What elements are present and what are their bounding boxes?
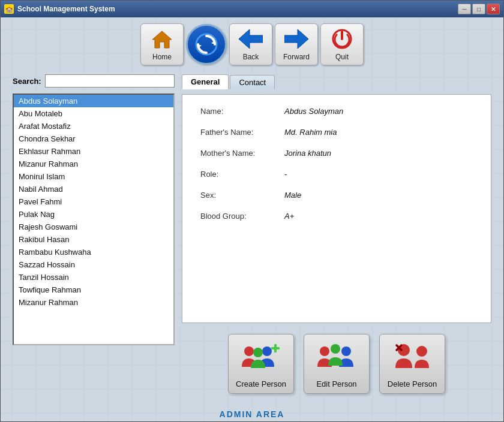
svg-point-8 [262,346,272,356]
list-item[interactable]: Rajesh Goswami [14,221,173,233]
mother-value: Jorina khatun [284,149,331,158]
svg-point-14 [331,344,340,354]
create-person-button[interactable]: Create Person [228,334,294,394]
list-item[interactable]: Pulak Nag [14,208,173,221]
list-item[interactable]: Sazzad Hossain [14,258,173,271]
search-row: Search: [13,74,175,88]
quit-label: Quit [335,53,349,61]
window-frame: 🏫 School Management System ─ □ ✕ Home [0,0,504,422]
info-panel: Name: Abdus Solayman Father's Name: Md. … [182,94,491,323]
forward-button[interactable]: Forward [275,23,318,65]
svg-marker-4 [239,29,263,49]
tab-general[interactable]: General [182,74,229,89]
forward-icon [284,28,308,50]
home-label: Home [152,53,172,61]
name-value: Abdus Solayman [284,107,343,116]
list-item[interactable]: Nabil Ahmad [14,183,173,195]
svg-point-7 [244,346,254,356]
list-item[interactable]: Tanzil Hossain [14,271,173,284]
back-icon [239,28,263,50]
list-item[interactable]: Rambabu Kushwaha [14,246,173,258]
left-panel: Search: Abdus SolaymanAbu MotalebArafat … [13,74,175,400]
delete-person-label: Delete Person [388,379,437,388]
svg-point-12 [320,346,329,356]
quit-icon [330,28,354,50]
app-icon: 🏫 [4,4,14,14]
right-panel: General Contact Name: Abdus Solayman Fat… [182,74,491,400]
role-label: Role: [200,170,284,179]
tab-contact[interactable]: Contact [230,75,275,89]
edit-person-button[interactable]: Edit Person [304,334,370,394]
sex-row: Sex: Male [200,191,473,200]
svg-point-1 [196,34,217,55]
svg-point-16 [416,346,427,357]
close-button[interactable]: ✕ [487,4,500,14]
delete-person-icon [391,339,433,376]
role-row: Role: - [200,170,473,179]
title-bar: 🏫 School Management System ─ □ ✕ [1,1,503,17]
mother-label: Mother's Name: [200,149,284,158]
blood-label: Blood Group: [200,212,284,221]
list-item[interactable]: Abdus Solayman [14,95,173,107]
window-controls: ─ □ ✕ [458,4,500,14]
delete-person-button[interactable]: Delete Person [379,334,445,394]
footer-text: ADMIN AREA [220,409,285,419]
title-bar-left: 🏫 School Management System [4,4,115,14]
forward-label: Forward [283,53,310,61]
back-button[interactable]: Back [229,23,272,65]
list-item[interactable]: Towfique Rahman [14,284,173,296]
search-input[interactable] [45,74,175,88]
sex-label: Sex: [200,191,284,200]
edit-person-icon [316,339,358,376]
svg-marker-0 [152,31,172,48]
back-label: Back [243,53,259,61]
blood-value: A+ [284,212,294,221]
window-title: School Management System [17,5,115,13]
mother-row: Mother's Name: Jorina khatun [200,149,473,158]
blood-row: Blood Group: A+ [200,212,473,221]
body-area: Search: Abdus SolaymanAbu MotalebArafat … [1,68,503,406]
search-label: Search: [13,77,41,86]
svg-point-9 [253,348,263,357]
footer: ADMIN AREA [1,406,503,421]
action-buttons: Create Person [182,328,491,400]
maximize-button[interactable]: □ [472,4,485,14]
sex-value: Male [284,191,301,200]
quit-button[interactable]: Quit [320,23,364,65]
home-icon [150,28,174,50]
home-button[interactable]: Home [140,23,184,65]
minimize-button[interactable]: ─ [458,4,471,14]
list-item[interactable]: Mizanur Rahman [14,158,173,170]
father-row: Father's Name: Md. Rahim mia [200,128,473,137]
list-item[interactable]: Monirul Islam [14,170,173,183]
list-item[interactable]: Abu Motaleb [14,107,173,120]
person-list[interactable]: Abdus SolaymanAbu MotalebArafat Mostafiz… [13,94,175,345]
list-item[interactable]: Chondra Sekhar [14,132,173,145]
list-item[interactable]: Mizanur Rahman [14,296,173,309]
list-item[interactable]: Rakibul Hasan [14,233,173,246]
create-person-icon [240,339,282,376]
svg-rect-11 [271,347,280,349]
edit-person-label: Edit Person [316,379,356,388]
father-label: Father's Name: [200,128,284,137]
main-content: Home B [1,17,503,421]
role-value: - [284,170,287,179]
list-item[interactable]: Pavel Fahmi [14,195,173,208]
name-row: Name: Abdus Solayman [200,107,473,116]
list-item[interactable]: Ekhlasur Rahman [14,145,173,158]
name-label: Name: [200,107,284,116]
toolbar: Home B [1,17,503,68]
tab-bar: General Contact [182,74,491,89]
svg-point-13 [341,346,351,356]
refresh-button[interactable] [186,24,227,65]
list-item[interactable]: Arafat Mostafiz [14,120,173,132]
create-person-label: Create Person [236,379,286,388]
svg-marker-5 [284,29,308,49]
father-value: Md. Rahim mia [284,128,337,137]
refresh-icon [194,33,218,56]
